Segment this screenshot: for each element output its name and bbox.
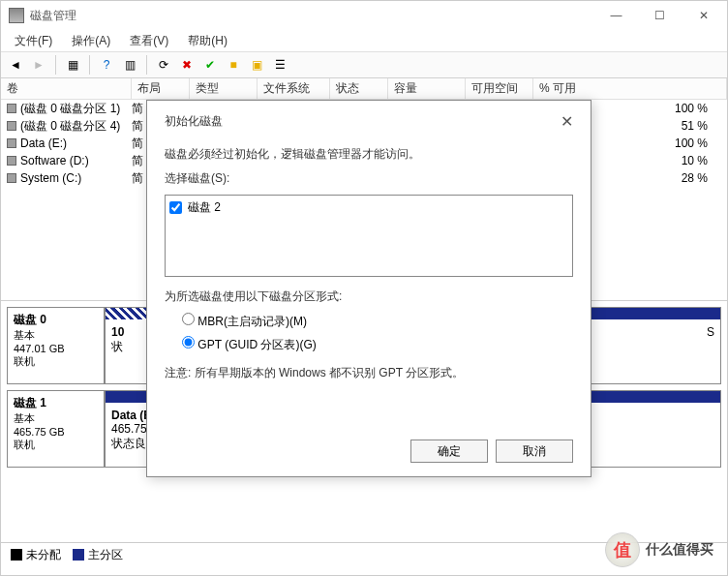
legend-unalloc-icon (11, 549, 22, 561)
legend-unalloc-label: 未分配 (26, 548, 61, 561)
close-button[interactable]: ✕ (682, 1, 725, 30)
col-type[interactable]: 类型 (190, 78, 258, 99)
refresh-icon[interactable]: ⟳ (153, 54, 174, 76)
back-icon[interactable]: ◄ (5, 54, 26, 76)
menu-view[interactable]: 查看(V) (122, 31, 176, 51)
legend-primary-label: 主分区 (88, 548, 123, 561)
watermark-icon: 值 (605, 532, 640, 567)
window-title: 磁盘管理 (30, 8, 594, 24)
ok-button[interactable]: 确定 (410, 440, 488, 463)
toolbar: ◄ ► ▦ ? ▥ ⟳ ✖ ✔ ■ ▣ ☰ (1, 51, 727, 78)
titlebar: 磁盘管理 — ☐ ✕ (1, 1, 727, 30)
dialog-close-icon[interactable]: ✕ (561, 112, 573, 131)
disk-item[interactable]: 磁盘 2 (169, 199, 568, 216)
disk-label[interactable]: 磁盘 0基本447.01 GB联机 (8, 308, 105, 383)
col-volume[interactable]: 卷 (1, 78, 132, 99)
menu-file[interactable]: 文件(F) (7, 31, 60, 51)
dialog-note: 注意: 所有早期版本的 Windows 都不识别 GPT 分区形式。 (165, 365, 573, 381)
gpt-radio[interactable] (182, 336, 195, 349)
mbr-radio[interactable] (182, 313, 195, 325)
initialize-disk-dialog: 初始化磁盘 ✕ 磁盘必须经过初始化，逻辑磁盘管理器才能访问。 选择磁盘(S): … (146, 100, 592, 477)
list-icon[interactable]: ☰ (269, 54, 290, 76)
disk-checkbox[interactable] (169, 201, 182, 214)
col-capacity[interactable]: 容量 (388, 78, 466, 99)
minimize-button[interactable]: — (594, 1, 638, 30)
delete-icon[interactable]: ✖ (176, 54, 197, 76)
layout-icon[interactable]: ▥ (119, 54, 140, 76)
disk-item-label: 磁盘 2 (188, 199, 221, 216)
col-status[interactable]: 状态 (330, 78, 388, 99)
forward-icon[interactable]: ► (28, 54, 49, 76)
menubar: 文件(F) 操作(A) 查看(V) 帮助(H) (1, 30, 727, 51)
legend-primary-icon (73, 549, 84, 561)
maximize-button[interactable]: ☐ (638, 1, 682, 30)
disk-label[interactable]: 磁盘 1基本465.75 GB联机 (8, 391, 105, 467)
gpt-radio-label[interactable]: GPT (GUID 分区表)(G) (182, 336, 573, 353)
col-fs[interactable]: 文件系统 (258, 78, 330, 99)
menu-help[interactable]: 帮助(H) (180, 31, 235, 51)
watermark: 值 什么值得买 (605, 531, 721, 569)
disk-listbox[interactable]: 磁盘 2 (165, 195, 573, 277)
help-icon[interactable]: ? (96, 54, 117, 76)
folder2-icon[interactable]: ▣ (246, 54, 267, 76)
view-icon[interactable]: ▦ (62, 54, 83, 76)
dialog-message: 磁盘必须经过初始化，逻辑磁盘管理器才能访问。 (165, 146, 573, 163)
mbr-radio-label[interactable]: MBR(主启动记录)(M) (182, 313, 573, 330)
col-layout[interactable]: 布局 (132, 78, 190, 99)
col-pct[interactable]: % 可用 (533, 78, 727, 99)
select-disk-label: 选择磁盘(S): (165, 170, 573, 187)
watermark-text: 什么值得买 (646, 541, 713, 559)
folder-icon[interactable]: ■ (223, 54, 244, 76)
check-icon[interactable]: ✔ (199, 54, 221, 76)
volume-list-header: 卷 布局 类型 文件系统 状态 容量 可用空间 % 可用 (1, 78, 727, 100)
partition-style-label: 为所选磁盘使用以下磁盘分区形式: (165, 288, 573, 305)
dialog-title: 初始化磁盘 (165, 113, 223, 130)
app-icon (9, 8, 24, 23)
menu-action[interactable]: 操作(A) (64, 31, 118, 51)
col-free[interactable]: 可用空间 (466, 78, 533, 99)
cancel-button[interactable]: 取消 (496, 440, 573, 463)
window-controls: — ☐ ✕ (594, 1, 725, 30)
